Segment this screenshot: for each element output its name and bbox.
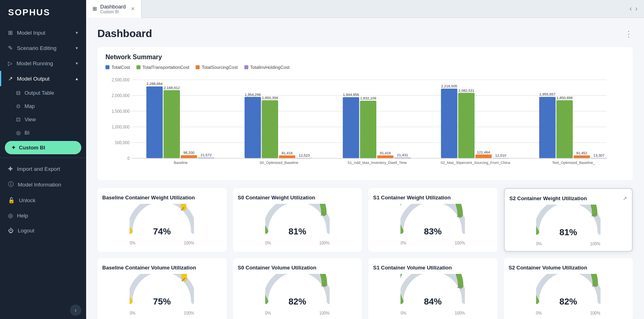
gauge-max-label: 100% — [319, 311, 330, 315]
svg-text:98,200: 98,200 — [184, 151, 195, 155]
svg-text:1,850,898: 1,850,898 — [557, 96, 573, 100]
gauge-card-title: S1 Container Weight Utilization — [373, 195, 451, 201]
gauge-card: S2 Container Weight Utilization↗ 81%0%10… — [504, 188, 633, 252]
svg-text:2,288,684: 2,288,684 — [147, 82, 163, 86]
gauge-min-label: 0% — [536, 242, 542, 246]
gauge-max-label: 100% — [590, 311, 601, 315]
sidebar-item-model-input[interactable]: ⊞ Model Input ▾ — [0, 25, 86, 40]
svg-rect-16 — [181, 155, 197, 158]
network-summary-card: Network Summary TotalCostTotalTransporta… — [97, 47, 633, 180]
svg-rect-41 — [458, 93, 475, 158]
svg-text:Test_Optimized_Baseline_: Test_Optimized_Baseline_ — [552, 161, 596, 165]
gauge-card-title: S2 Container Weight Utilization — [510, 195, 587, 201]
gauge-svg-wrap: 82% — [265, 274, 330, 310]
svg-text:12,523: 12,523 — [299, 153, 310, 157]
sidebar-item-label: Logout — [18, 228, 34, 234]
gauge-min-label: 0% — [400, 311, 406, 315]
gauge-axis-labels: 0%100% — [265, 311, 330, 315]
sidebar-divider — [0, 157, 86, 158]
app-logo: SOPHUS — [0, 0, 86, 25]
svg-text:2,500,000: 2,500,000 — [112, 78, 130, 82]
gauge-card-title: S0 Container Weight Utilization — [238, 195, 316, 201]
sidebar-item-label: Model Output — [17, 76, 50, 82]
svg-rect-21 — [245, 97, 261, 158]
chart-legend: TotalCostTotalTransportationCostTotalSou… — [105, 65, 625, 70]
sidebar-item-model-output[interactable]: ↗ Model Output ▴ — [0, 71, 86, 86]
sidebar-collapse-button[interactable]: ‹ — [70, 304, 81, 316]
network-summary-title: Network Summary — [105, 54, 625, 61]
gauge-axis-labels: 0%100% — [130, 241, 194, 245]
network-summary-chart: 0500,0001,000,0001,500,0002,000,0002,500… — [105, 74, 625, 174]
gauge-svg-wrap: 75% — [130, 274, 194, 310]
sidebar-item-map[interactable]: ⊙ Map — [0, 99, 86, 113]
expand-icon[interactable]: ↗ — [623, 195, 627, 201]
chevron-down-icon: ▾ — [76, 61, 78, 66]
sidebar-item-scenario-editing[interactable]: ✎ Scenario Editing ▾ — [0, 40, 86, 56]
table-icon: ⊟ — [16, 90, 21, 96]
svg-text:1,850,358: 1,850,358 — [262, 96, 278, 100]
sidebar-item-label: Model Running — [17, 60, 53, 66]
sidebar-item-unlock[interactable]: 🔓 Unlock — [0, 193, 86, 208]
kebab-menu-icon[interactable]: ⋮ — [625, 29, 633, 39]
sidebar-item-view[interactable]: ⊡ View — [0, 113, 86, 126]
tab-dashboard[interactable]: ⊞ Dashboard Custom BI ✕ — [86, 0, 142, 18]
svg-text:Baseline: Baseline — [174, 161, 188, 165]
sidebar-item-label: Unlock — [19, 197, 35, 203]
sidebar-item-bi[interactable]: ◎ BI — [0, 126, 86, 139]
sidebar-item-help[interactable]: ◎ Help — [0, 208, 86, 223]
sidebar-item-label: Model Input — [17, 30, 45, 36]
svg-rect-39 — [441, 89, 458, 158]
gauge-card-header: Baseline Container Volume Utilization — [102, 265, 222, 271]
gauge-card-header: S2 Container Weight Utilization↗ — [510, 195, 627, 201]
gauge-svg-wrap: 82% — [536, 274, 601, 310]
svg-text:S1_Add_Max_Inventory_Dwell_Tim: S1_Add_Max_Inventory_Dwell_Time — [347, 161, 407, 165]
gauge-percent-label: 82% — [559, 296, 577, 307]
custom-bi-button[interactable]: ✦ Custom BI — [5, 141, 81, 154]
sidebar-item-output-table[interactable]: ⊟ Output Table — [0, 86, 86, 99]
sidebar-item-model-info[interactable]: ⓘ Model Information — [0, 176, 86, 193]
legend-item: TotalInvHoldingCost — [244, 65, 290, 70]
tab-close-button[interactable]: ✕ — [131, 6, 135, 12]
gauge-max-label: 100% — [455, 311, 465, 315]
tab-subtitle: Custom BI — [100, 10, 126, 14]
svg-text:1,832,109: 1,832,109 — [360, 96, 376, 100]
gauge-card-header: S2 Container Volume Utilization — [509, 265, 628, 271]
tab-bar: ⊞ Dashboard Custom BI ✕ ‹ › — [86, 0, 644, 18]
gauge-card: Baseline Container Volume Utilization 75… — [97, 258, 227, 319]
custom-bi-label: Custom BI — [19, 145, 45, 151]
gauge-svg-wrap: 84% — [400, 274, 465, 310]
sidebar-nav: ⊞ Model Input ▾ ✎ Scenario Editing ▾ ▷ M… — [0, 25, 86, 301]
bi-icon: ◎ — [16, 130, 21, 136]
sidebar-item-model-running[interactable]: ▷ Model Running ▾ — [0, 56, 86, 71]
grid-icon: ⊞ — [8, 29, 13, 36]
gauge-card-header: S0 Container Weight Utilization — [238, 195, 357, 201]
legend-dot — [136, 65, 140, 69]
svg-text:2,168,912: 2,168,912 — [164, 86, 180, 90]
tab-bar-right: ‹ › — [630, 4, 644, 13]
chevron-down-icon: ▾ — [76, 46, 78, 51]
nav-next-button[interactable]: › — [635, 4, 638, 13]
sidebar-bottom: ✚ Import and Export ⓘ Model Information … — [0, 161, 86, 241]
gauge-max-label: 100% — [455, 241, 465, 245]
svg-text:1,500,000: 1,500,000 — [112, 109, 130, 114]
nav-prev-button[interactable]: ‹ — [630, 4, 632, 13]
edit-icon: ✎ — [8, 45, 13, 51]
sidebar-item-import-export[interactable]: ✚ Import and Export — [0, 161, 86, 176]
gauge-percent-label: 74% — [153, 226, 171, 237]
chevron-down-icon: ▾ — [76, 30, 78, 35]
svg-rect-14 — [163, 90, 180, 158]
gauge-max-label: 100% — [590, 242, 601, 246]
gauge-axis-labels: 0%100% — [536, 242, 601, 246]
play-icon: ▷ — [8, 60, 12, 66]
sidebar-item-label: Scenario Editing — [17, 45, 56, 51]
page-title: Dashboard — [97, 27, 152, 40]
gauge-min-label: 0% — [130, 311, 135, 315]
gauge-card-title: S2 Container Volume Utilization — [509, 265, 588, 271]
volume-utilization-grid: Baseline Container Volume Utilization 75… — [97, 258, 633, 319]
svg-text:1,955,657: 1,955,657 — [539, 92, 555, 96]
gauge-card-title: Baseline Container Volume Utilization — [102, 265, 196, 271]
sidebar-item-logout[interactable]: ⏻ Logout — [0, 223, 86, 238]
svg-text:1,944,956: 1,944,956 — [343, 93, 359, 97]
gauge-svg-wrap: 81% — [265, 204, 330, 240]
gauge-min-label: 0% — [400, 241, 406, 245]
